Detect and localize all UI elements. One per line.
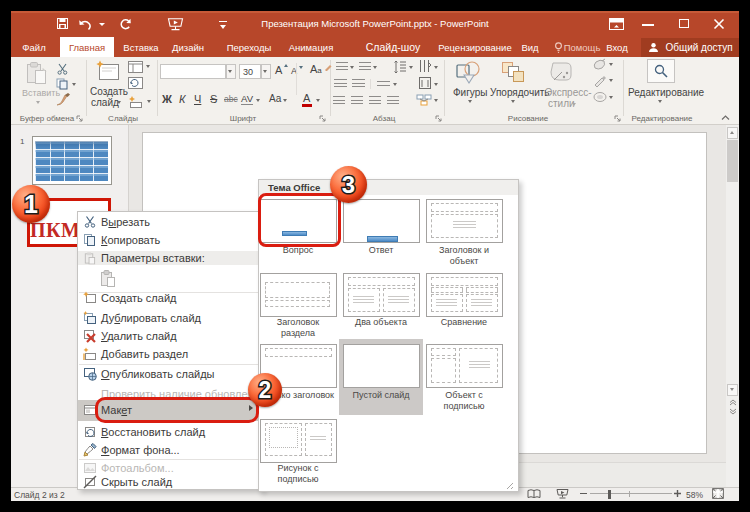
svg-text:3: 3 (342, 171, 355, 198)
svg-text:2: 2 (259, 377, 272, 403)
svg-text:1: 1 (24, 190, 38, 218)
